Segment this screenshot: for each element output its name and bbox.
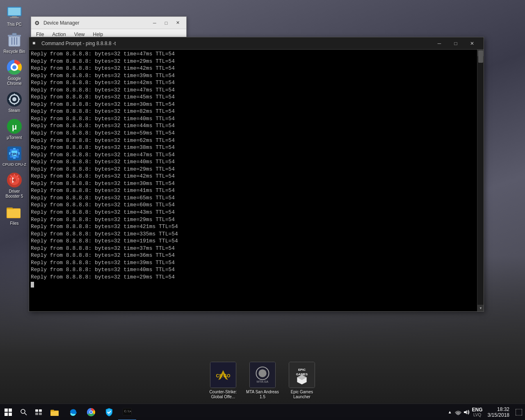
cmd-maximize-btn[interactable]: □ [447, 38, 464, 49]
desktop-icon-this-pc[interactable]: This PC [1, 3, 27, 29]
cmd-close-btn[interactable]: ✕ [464, 38, 480, 49]
device-manager-titlebar[interactable]: ⚙ Device Manager ─ □ ✕ [31, 17, 186, 29]
csgo-label: Counter-Strike: Global Offe... [207, 390, 240, 399]
taskbar-task-view-button[interactable] [31, 404, 46, 420]
desktop-icon-utorrent[interactable]: μ μTorrent [1, 116, 27, 142]
desktop-icon-steam-label: Steam [9, 108, 21, 113]
svg-rect-42 [9, 409, 12, 412]
svg-rect-6 [12, 33, 16, 35]
svg-text:CPU: CPU [10, 152, 18, 156]
desktop-icon-recycle-bin[interactable]: Recycle Bin [1, 30, 27, 56]
cmd-icon: ■ [32, 40, 39, 47]
steam-icon [6, 91, 23, 107]
cmd-scroll-thumb[interactable] [478, 50, 483, 63]
desktop-app-mta-sa[interactable]: MTA:SA MTA San Andreas 1.5 [246, 362, 279, 399]
device-manager-close-btn[interactable]: ✕ [172, 19, 183, 27]
svg-point-55 [90, 411, 92, 413]
svg-rect-43 [5, 413, 8, 416]
epic-games-icon: EPIC GAMES [289, 362, 315, 388]
desktop-icon-recycle-bin-label: Recycle Bin [4, 49, 25, 54]
taskbar: C:\>_ ▲ [0, 404, 525, 420]
taskbar-search-button[interactable] [16, 404, 31, 420]
desktop-icon-google-chrome[interactable]: Google Chrome [1, 57, 27, 88]
svg-rect-26 [13, 157, 16, 159]
desktop-icon-driver-booster[interactable]: Driver Booster 5 [1, 170, 27, 201]
tray-language[interactable]: ENG LVQ [470, 404, 484, 420]
device-manager-maximize-btn[interactable]: □ [161, 19, 171, 27]
tray-volume-icon[interactable] [462, 404, 470, 420]
this-pc-icon [6, 5, 23, 21]
desktop: This PC Recycle Bin [0, 0, 525, 420]
tray-lang-text: ENG [472, 407, 483, 413]
desktop-icon-chrome-label: Google Chrome [2, 76, 27, 86]
svg-rect-3 [10, 17, 19, 18]
svg-point-59 [458, 414, 459, 415]
desktop-icons-area: This PC Recycle Bin [0, 0, 29, 231]
svg-rect-2 [12, 16, 17, 17]
svg-rect-1 [8, 8, 21, 15]
desktop-app-epic-games[interactable]: EPIC GAMES Epic Games Launcher [285, 362, 318, 399]
svg-rect-41 [5, 409, 8, 412]
tray-chevron[interactable]: ▲ [446, 404, 454, 420]
tray-clock[interactable]: 18:32 3/15/2018 [484, 404, 513, 420]
cmd-cursor [31, 282, 34, 288]
svg-rect-25 [13, 148, 16, 150]
mta-sa-label: MTA San Andreas 1.5 [246, 390, 279, 399]
start-button[interactable] [0, 404, 16, 420]
driver-booster-icon [6, 172, 23, 188]
csgo-icon: CS:GO [210, 362, 236, 388]
desktop-icon-utorrent-label: μTorrent [7, 135, 22, 140]
desktop-icon-this-pc-label: This PC [7, 22, 22, 27]
cmd-window[interactable]: ■ Command Prompt - ping 8.8.8.8 -t ─ □ ✕… [29, 37, 484, 312]
mta-sa-icon: MTA:SA [249, 362, 276, 388]
svg-rect-49 [35, 413, 38, 415]
svg-text:μ: μ [12, 122, 17, 131]
taskbar-edge[interactable] [64, 404, 82, 420]
svg-text:C:\>_: C:\>_ [124, 410, 132, 413]
device-manager-icon: ⚙ [34, 20, 41, 26]
cmd-window-controls: ─ □ ✕ [431, 38, 480, 49]
taskbar-cmd[interactable]: C:\>_ [118, 404, 136, 420]
svg-rect-52 [51, 411, 59, 416]
taskbar-windows-security[interactable] [100, 404, 118, 420]
desktop-icon-driver-booster-label: Driver Booster 5 [2, 189, 27, 199]
cmd-content[interactable]: Reply from 8.8.8.8: bytes=32 time=47ms T… [29, 50, 484, 311]
svg-rect-50 [39, 413, 42, 415]
svg-rect-48 [39, 409, 42, 412]
svg-rect-47 [35, 409, 38, 412]
tray-time: 18:32 [497, 406, 509, 412]
utorrent-icon: μ [6, 118, 23, 135]
device-manager-minimize-btn[interactable]: ─ [149, 19, 160, 27]
svg-point-36 [258, 369, 266, 377]
tray-notification-btn[interactable] [513, 404, 525, 420]
desktop-icon-steam[interactable]: Steam [1, 89, 27, 115]
svg-point-13 [12, 65, 16, 69]
epic-games-label: Epic Games Launcher [285, 390, 318, 399]
cmd-title: Command Prompt - ping 8.8.8.8 -t [41, 41, 431, 46]
desktop-app-csgo[interactable]: CS:GO Counter-Strike: Global Offe... [207, 362, 240, 399]
desktop-icon-files[interactable]: Files [1, 202, 27, 228]
tray-network-icon[interactable] [454, 404, 462, 420]
tray-lang-sub-text: LVQ [473, 413, 481, 417]
google-chrome-icon [6, 59, 23, 75]
cmd-scrollbar[interactable]: ▲ ▼ [477, 50, 484, 311]
device-manager-controls: ─ □ ✕ [149, 19, 183, 27]
desktop-icon-cpuid[interactable]: CPU CPUID CPU-Z [1, 144, 27, 169]
svg-point-16 [12, 97, 16, 101]
tray-date: 3/15/2018 [488, 412, 509, 418]
recycle-bin-icon [6, 32, 23, 48]
svg-rect-24 [18, 152, 20, 155]
taskbar-pinned-apps: C:\>_ [46, 404, 246, 420]
svg-point-29 [13, 178, 16, 182]
cmd-scroll-down-btn[interactable]: ▼ [477, 305, 484, 311]
files-icon [6, 204, 23, 220]
notification-area: ▲ ENG LVQ [446, 404, 525, 420]
svg-line-46 [25, 413, 27, 415]
taskbar-file-explorer[interactable] [46, 404, 64, 420]
svg-point-45 [21, 409, 25, 413]
cmd-minimize-btn[interactable]: ─ [431, 38, 447, 49]
cmd-titlebar[interactable]: ■ Command Prompt - ping 8.8.8.8 -t ─ □ ✕ [29, 37, 484, 50]
svg-rect-23 [9, 152, 11, 155]
taskbar-chrome[interactable] [82, 404, 100, 420]
svg-text:EPIC: EPIC [298, 368, 306, 372]
